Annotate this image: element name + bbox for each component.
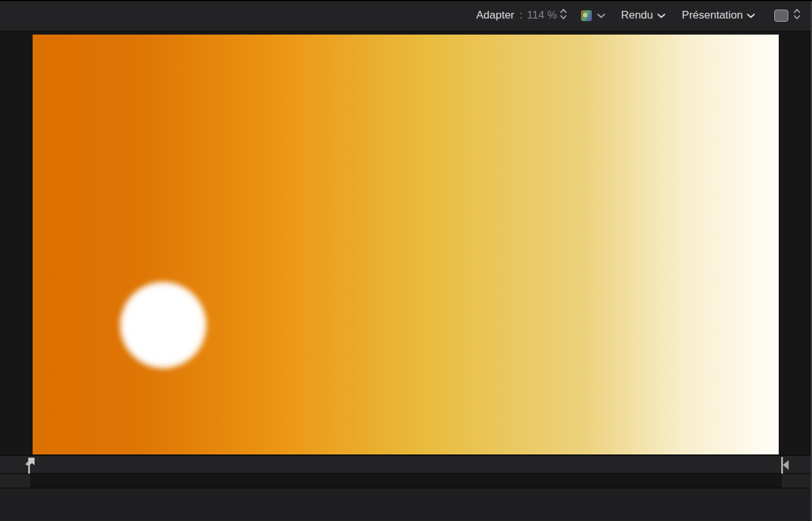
color-channels-swatch-icon[interactable] [581, 10, 592, 21]
canvas-workspace [0, 32, 812, 455]
timeline-scrollbar[interactable] [0, 474, 812, 488]
canvas-toolbar: T [0, 488, 812, 521]
layout-stepper-icon[interactable] [793, 8, 800, 23]
zoom-value[interactable]: 114 % [527, 9, 557, 22]
view-menu-label[interactable]: Présentation [682, 9, 743, 22]
zoom-level-menu[interactable]: Adapter : 114 % [476, 8, 567, 23]
canvas-top-bar: Adapter : 114 % Rendu Présentation [0, 0, 812, 31]
zoom-stepper-icon[interactable] [560, 8, 567, 23]
glow-circle [120, 282, 207, 369]
render-chevron-down-icon[interactable] [657, 9, 665, 22]
view-menu[interactable]: Présentation [682, 9, 755, 22]
zoom-separator: : [520, 9, 523, 22]
timeline-scrollbar-thumb[interactable] [30, 474, 782, 488]
layout-square-icon[interactable] [774, 10, 788, 22]
view-chevron-down-icon[interactable] [747, 9, 755, 22]
mini-timeline[interactable] [0, 455, 812, 474]
render-menu-label[interactable]: Rendu [621, 9, 653, 22]
render-menu[interactable]: Rendu [621, 9, 665, 22]
window-layout-control[interactable] [774, 8, 800, 23]
canvas-gradient[interactable] [33, 35, 779, 454]
color-channels-menu[interactable] [581, 9, 605, 22]
zoom-fit-label[interactable]: Adapter [476, 9, 514, 22]
channels-chevron-down-icon[interactable] [597, 9, 605, 22]
